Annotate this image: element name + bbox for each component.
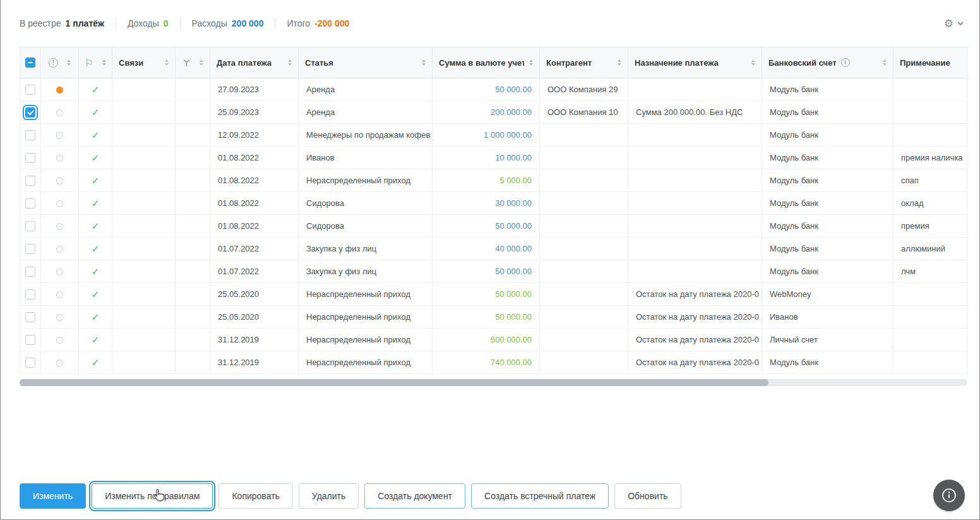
counterparty-cell [540, 283, 628, 306]
table-row[interactable]: ✓01.08.2022Иванов10 000.00Модуль банкпре… [20, 147, 967, 169]
row-checkbox[interactable] [25, 267, 35, 277]
table-row[interactable]: ✓01.08.2022Сидорова30 000.00Модуль банко… [20, 192, 967, 215]
copy-button[interactable]: Копировать [218, 483, 292, 509]
row-checkbox[interactable] [25, 130, 35, 140]
branch-cell [176, 147, 210, 169]
checkbox-cell [20, 101, 41, 124]
priority-column-icon: ! [49, 58, 58, 68]
checkbox-cell [20, 124, 41, 147]
amount-cell: 50 000.00 [433, 260, 540, 283]
summary-bar: В реестре 1 платёж Доходы 0 Расходы 200 … [20, 0, 966, 47]
status-cell [41, 147, 79, 169]
table-row[interactable]: ✓01.08.2022Сидорова50 000.00Модуль банкп… [20, 215, 967, 238]
branch-column-icon [182, 59, 191, 67]
account-info-icon[interactable]: i [841, 58, 850, 67]
note-cell [893, 78, 967, 101]
purpose-cell [628, 192, 762, 215]
branch-cell [176, 306, 210, 329]
approved-cell: ✓ [79, 192, 112, 215]
check-icon: ✓ [92, 152, 100, 163]
amount-cell: 40 000.00 [433, 238, 540, 260]
branch-cell [176, 283, 210, 306]
divider [275, 18, 275, 29]
table-row[interactable]: ✓31.12.2019Нераспределенный приход500 00… [20, 329, 967, 351]
note-cell [893, 283, 967, 306]
edit-by-rules-button[interactable]: Изменить по правилам [92, 483, 213, 509]
checkbox-cell [20, 147, 41, 169]
sort-links-icon[interactable] [165, 59, 169, 66]
row-checkbox[interactable] [25, 85, 35, 95]
counterparty-cell [540, 169, 628, 192]
amount-cell: 10 000.00 [433, 147, 540, 169]
income-label: Доходы [128, 18, 159, 28]
column-header-date: Дата платежа [217, 58, 272, 68]
table-row[interactable]: ✓25.05.2020Нераспределенный приход50 000… [20, 283, 967, 306]
table-row[interactable]: ✓01.07.2022Закупка у физ лиц50 000.00Мод… [20, 260, 967, 283]
table-settings-button[interactable]: ⚙ [941, 16, 966, 32]
check-icon: ✓ [92, 243, 100, 254]
info-button[interactable] [933, 480, 965, 511]
row-checkbox[interactable] [25, 289, 35, 299]
sort-account-icon[interactable] [883, 59, 887, 66]
table-row[interactable]: ✓01.08.2022Нераспределенный приход5 000.… [20, 169, 967, 192]
row-checkbox[interactable] [25, 335, 35, 345]
expense-summary: Расходы 200 000 [192, 18, 264, 28]
row-checkbox[interactable] [25, 107, 35, 118]
income-value: 0 [164, 18, 169, 28]
bottom-toolbar: ИзменитьИзменить по правиламКопироватьУд… [20, 483, 966, 509]
branch-cell [176, 192, 210, 215]
article-cell: Нераспределенный приход [299, 169, 433, 192]
table-row[interactable]: ✓31.12.2019Нераспределенный приход740 00… [20, 351, 967, 374]
delete-button[interactable]: Удалить [299, 483, 359, 509]
sort-counterparty-icon[interactable] [618, 59, 621, 66]
flag-column-icon: ⚐ [85, 58, 93, 68]
checkbox-cell [20, 306, 41, 329]
check-icon: ✓ [92, 266, 100, 277]
amount-cell: 500 000.00 [433, 329, 540, 351]
sort-purpose-icon[interactable] [751, 59, 755, 66]
account-cell: Модуль банк [762, 169, 893, 192]
registry-count: В реестре 1 платёж [20, 18, 104, 28]
sort-priority-icon[interactable] [67, 59, 71, 66]
row-checkbox[interactable] [25, 198, 35, 209]
row-checkbox[interactable] [25, 221, 35, 231]
table-row[interactable]: ✓27.09.2023Аренда50 000.00ООО Компания 2… [20, 78, 967, 101]
create-counter-payment-button[interactable]: Создать встречный платеж [471, 483, 609, 509]
status-cell [41, 351, 79, 374]
row-checkbox[interactable] [25, 244, 35, 254]
counterparty-cell [540, 124, 628, 147]
links-cell [112, 351, 176, 374]
branch-cell [176, 329, 210, 351]
payment-date-cell: 12.09.2022 [210, 124, 299, 147]
row-checkbox[interactable] [25, 176, 35, 186]
checkbox-focus-ring [23, 105, 38, 120]
payment-date-cell: 01.07.2022 [210, 260, 299, 283]
select-all-checkbox[interactable] [25, 57, 35, 68]
status-cell [41, 329, 79, 351]
approved-cell: ✓ [79, 306, 112, 329]
row-checkbox[interactable] [25, 153, 35, 163]
note-cell: оклад [893, 192, 967, 215]
table-row[interactable]: ✓25.09.2023Аренда200 000.00ООО Компания … [20, 101, 967, 124]
table-row[interactable]: ✓12.09.2022Менеджеры по продажам кофев1 … [20, 124, 967, 147]
sort-branch-icon[interactable] [200, 59, 203, 66]
table-row[interactable]: ✓25.05.2020Нераспределенный приход50 000… [20, 306, 967, 329]
status-dot [56, 155, 63, 162]
registry-label: В реестре [20, 18, 61, 28]
check-icon: ✓ [92, 221, 100, 231]
scrollbar-thumb[interactable] [20, 379, 768, 386]
sort-article-icon[interactable] [422, 59, 426, 66]
note-cell [893, 101, 967, 124]
row-checkbox[interactable] [25, 312, 35, 322]
create-document-button[interactable]: Создать документ [364, 483, 465, 509]
table-row[interactable]: ✓01.07.2022Закупка у физ лиц40 000.00Мод… [20, 238, 967, 260]
sort-amount-icon[interactable] [529, 59, 533, 66]
horizontal-scrollbar[interactable] [20, 379, 967, 386]
sort-date-icon[interactable] [288, 59, 292, 66]
sort-flag-icon[interactable] [102, 59, 106, 66]
status-cell [41, 124, 79, 147]
row-checkbox[interactable] [25, 358, 35, 368]
checkbox-cell [20, 283, 41, 306]
edit-button[interactable]: Изменить [20, 483, 86, 509]
refresh-button[interactable]: Обновить [614, 483, 681, 509]
